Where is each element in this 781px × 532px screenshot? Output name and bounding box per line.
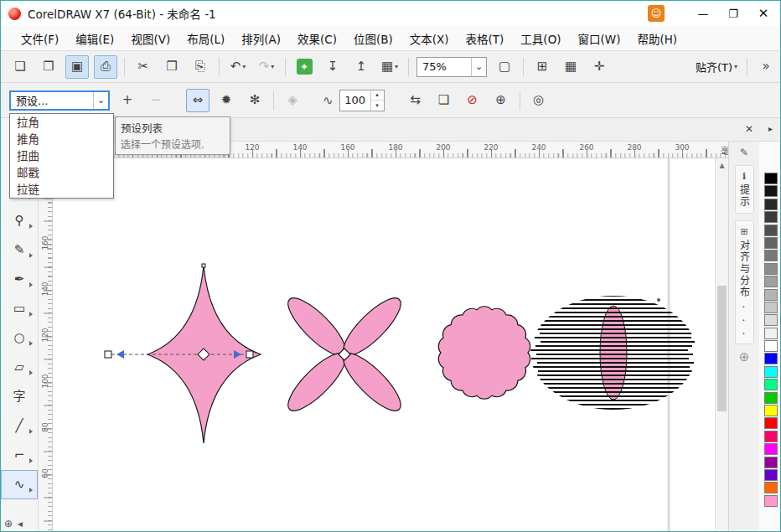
color-swatch[interactable] <box>764 392 778 404</box>
docker-edit-icon[interactable]: ✎ <box>740 147 748 158</box>
export-button[interactable]: ↥ <box>349 55 373 79</box>
preset-option[interactable]: 拉角 <box>10 114 113 131</box>
spin-up-icon[interactable]: ▴ <box>371 90 384 101</box>
menu-item-2[interactable]: 视图(V) <box>122 26 178 51</box>
push-pull-distortion-button[interactable]: ⇔ <box>186 89 209 112</box>
color-swatch[interactable] <box>764 482 778 493</box>
menu-item-7[interactable]: 文本(X) <box>401 26 458 51</box>
color-swatch[interactable] <box>764 250 778 261</box>
color-swatch[interactable] <box>764 173 778 184</box>
color-swatch[interactable] <box>764 366 778 378</box>
print-document-button[interactable]: ⎙ <box>94 55 117 79</box>
center-distortion-button[interactable]: ⊕ <box>489 89 513 112</box>
color-swatch[interactable] <box>764 353 778 364</box>
save-document-button[interactable]: ▣ <box>65 55 89 79</box>
document-close-icon[interactable]: ✕ <box>745 123 753 135</box>
page-previous-button[interactable]: ◂ <box>18 518 23 529</box>
zipper-ellipse-shape[interactable] <box>530 296 696 409</box>
zipper-distortion-button[interactable]: ✹ <box>215 89 238 112</box>
preset-option[interactable]: 拉链 <box>10 181 113 198</box>
distortion-amplitude-stepper[interactable]: 100▴▾ <box>339 90 385 111</box>
color-swatch[interactable] <box>764 405 778 416</box>
tab-scroll-icon[interactable]: ▸ <box>768 124 773 133</box>
spin-down-icon[interactable]: ▾ <box>371 101 384 111</box>
dropdown-arrow-icon[interactable]: ▾ <box>271 63 274 70</box>
interactive-distort-tool[interactable]: ∿ <box>1 470 38 499</box>
menu-item-3[interactable]: 布局(L) <box>178 26 233 51</box>
distortion-end-handle[interactable] <box>246 351 253 358</box>
coreldraw-app-icon[interactable] <box>8 8 21 20</box>
undo-button[interactable]: ↶▾ <box>226 55 250 79</box>
show-rulers-button[interactable]: ⊞ <box>530 55 554 79</box>
color-swatch[interactable] <box>764 431 778 442</box>
connector-tool[interactable]: ⌐ <box>1 441 38 470</box>
random-distortion-button[interactable]: ⇆ <box>404 89 427 112</box>
menu-item-6[interactable]: 位图(B) <box>345 26 401 51</box>
copy-button[interactable]: ❐ <box>160 55 184 79</box>
navigator-icon[interactable]: ⊕ <box>729 349 759 364</box>
color-swatch[interactable] <box>764 289 778 301</box>
zipper-node[interactable] <box>657 298 660 302</box>
dropdown-arrow-icon[interactable]: ▾ <box>242 63 246 70</box>
menu-item-11[interactable]: 帮助(H) <box>628 26 685 51</box>
color-swatch[interactable] <box>764 211 778 223</box>
polygon-tool[interactable]: ▱ <box>1 353 38 382</box>
docker-tab-hints[interactable]: ℹ提示 <box>735 165 754 214</box>
show-guidelines-button[interactable]: ✛ <box>587 55 611 79</box>
dropdown-arrow-icon[interactable]: ▾ <box>395 63 398 70</box>
color-swatch[interactable] <box>764 276 778 287</box>
color-swatch[interactable] <box>764 495 778 507</box>
application-launcher-button[interactable]: ▦▾ <box>378 55 401 79</box>
dimension-tool[interactable]: ╱ <box>1 411 38 441</box>
preset-option[interactable]: 邮戳 <box>10 164 113 181</box>
preset-list-combo[interactable]: 预设...⌄ <box>9 90 110 111</box>
docker-tab-align-distribute[interactable]: ⊞对齐与分布... <box>735 220 754 344</box>
star-top-node[interactable] <box>202 264 205 267</box>
flower-shape[interactable] <box>281 291 408 418</box>
color-swatch[interactable] <box>764 328 778 339</box>
import-button[interactable]: ↧ <box>321 55 344 79</box>
navigator-expand-button[interactable]: ⊕ <box>4 518 13 529</box>
minimize-button[interactable]: — <box>688 1 718 26</box>
twister-distortion-button[interactable]: ✻ <box>243 89 266 112</box>
ellipse-tool[interactable]: ○ <box>1 323 38 353</box>
color-swatch[interactable] <box>764 302 778 313</box>
paste-button[interactable]: ⎘ <box>189 55 212 79</box>
clear-distortion-button[interactable]: ⊘ <box>461 89 484 112</box>
menu-item-10[interactable]: 窗口(W) <box>570 26 629 51</box>
dropdown-arrow-icon[interactable]: ⌄ <box>471 58 486 76</box>
color-swatch[interactable] <box>764 443 778 455</box>
full-screen-preview-button[interactable]: ▢ <box>493 55 516 79</box>
cut-button[interactable]: ✂ <box>132 55 155 79</box>
color-swatch[interactable] <box>764 379 778 390</box>
scroll-up-icon[interactable]: ▲ <box>716 158 728 172</box>
color-swatch[interactable] <box>764 469 778 481</box>
text-tool[interactable]: 字 <box>1 382 38 411</box>
vertical-scrollbar[interactable]: ▲ <box>715 158 728 531</box>
color-swatch[interactable] <box>764 225 778 236</box>
open-document-button[interactable]: ❒ <box>37 55 60 79</box>
zoom-level-combo[interactable]: 75%⌄ <box>416 57 487 77</box>
preset-option[interactable]: 推角 <box>10 131 113 147</box>
copy-distortion-properties-button[interactable]: ❏ <box>432 89 456 112</box>
preset-option[interactable]: 扭曲 <box>10 147 113 164</box>
color-swatch[interactable] <box>764 185 778 197</box>
menu-item-0[interactable]: 文件(F) <box>13 26 67 51</box>
scrollbar-thumb[interactable] <box>717 286 727 411</box>
snap-to-menu[interactable]: 贴齐(T)▾ <box>690 56 742 77</box>
color-swatch[interactable] <box>764 199 778 210</box>
menu-item-8[interactable]: 表格(T) <box>458 26 513 51</box>
menu-item-5[interactable]: 效果(C) <box>289 26 345 51</box>
color-swatch[interactable] <box>764 417 778 429</box>
color-swatch[interactable] <box>764 457 778 468</box>
zoom-tool[interactable]: ⚲ <box>1 206 38 235</box>
artistic-media-tool[interactable]: ✒ <box>1 265 38 294</box>
menu-item-1[interactable]: 编辑(E) <box>67 26 122 51</box>
convert-to-curves-button[interactable]: ◎ <box>527 89 551 112</box>
color-swatch[interactable] <box>764 340 778 352</box>
dropdown-arrow-icon[interactable]: ⌄ <box>93 92 108 109</box>
sign-in-icon[interactable]: ☺ <box>648 5 665 22</box>
distortion-arrow-left[interactable] <box>116 350 124 359</box>
scalloped-circle-shape[interactable] <box>438 307 530 400</box>
toolbar-overflow-button[interactable]: » <box>754 55 778 79</box>
